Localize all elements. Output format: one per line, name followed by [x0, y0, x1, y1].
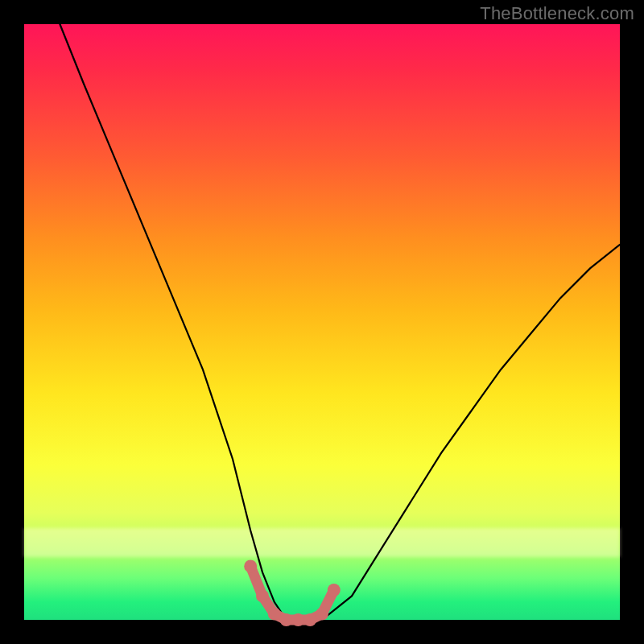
optimal-point — [291, 613, 304, 626]
optimal-point — [244, 559, 257, 572]
plot-area — [24, 24, 620, 620]
chart-frame: TheBottleneck.com — [0, 0, 644, 644]
optimal-point — [316, 608, 328, 621]
optimal-point — [256, 589, 269, 602]
curve-svg — [24, 24, 620, 620]
bottleneck-curve — [60, 24, 620, 620]
watermark: TheBottleneck.com — [480, 3, 634, 24]
optimal-point — [268, 608, 281, 621]
optimal-point — [303, 613, 316, 626]
optimal-point — [280, 613, 293, 626]
optimal-point — [328, 584, 341, 597]
